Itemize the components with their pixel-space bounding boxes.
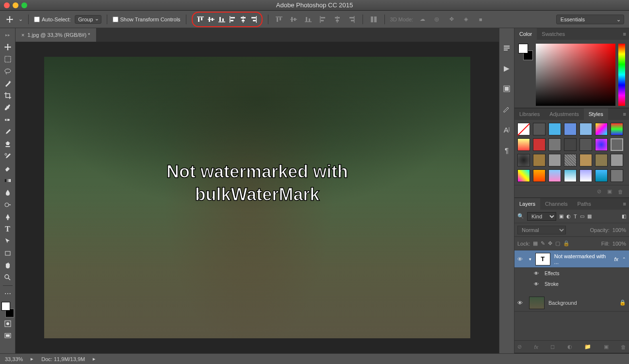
rectangle-tool[interactable] — [1, 248, 14, 259]
zoom-window-button[interactable] — [21, 2, 27, 8]
clone-stamp-tool[interactable] — [1, 138, 14, 150]
align-horizontal-centers-button[interactable] — [238, 14, 248, 25]
style-swatch[interactable] — [579, 154, 592, 166]
style-swatch[interactable] — [517, 169, 530, 182]
style-swatch[interactable] — [579, 138, 592, 151]
layer-effects-row[interactable]: 👁 Effects — [514, 268, 629, 279]
style-swatch[interactable] — [595, 169, 608, 182]
align-bottom-edges-button[interactable] — [216, 14, 227, 25]
align-vertical-centers-button[interactable] — [206, 14, 216, 25]
document-canvas[interactable]: Not watermarked with bulkWaterMark — [44, 57, 470, 338]
adjustment-layer-icon[interactable]: ◐ — [567, 344, 572, 350]
foreground-background-swatch[interactable] — [1, 302, 14, 317]
move-tool[interactable] — [1, 41, 14, 53]
color-field[interactable] — [536, 44, 615, 106]
close-tab-icon[interactable]: × — [21, 32, 24, 38]
eraser-tool[interactable] — [1, 163, 14, 174]
zoom-level[interactable]: 33,33% — [5, 356, 23, 362]
layer-filter-kind-select[interactable]: Kind — [527, 212, 556, 221]
visibility-toggle-icon[interactable]: 👁 — [517, 300, 525, 306]
auto-select-checkbox[interactable]: Auto-Select: — [34, 17, 71, 22]
style-swatch[interactable] — [533, 169, 546, 182]
filter-toggle-icon[interactable]: ◧ — [622, 214, 626, 219]
tab-channels[interactable]: Channels — [540, 198, 572, 210]
history-panel-icon[interactable] — [501, 43, 512, 53]
style-swatch[interactable] — [517, 138, 530, 151]
document-tab[interactable]: × 1.jpg @ 33,3% (RGB/8#) * — [16, 28, 97, 42]
layer-fx-icon[interactable]: fx — [534, 344, 538, 350]
layer-thumbnail[interactable]: T — [535, 253, 550, 265]
lock-icon[interactable]: 🔒 — [619, 299, 626, 306]
style-swatch[interactable] — [548, 123, 561, 135]
new-layer-icon[interactable]: ▣ — [604, 344, 609, 350]
document-size[interactable]: Doc: 11,9M/13,9M — [41, 356, 85, 362]
style-swatch[interactable] — [579, 169, 592, 182]
chevron-down-icon[interactable]: ⌄ — [18, 16, 23, 22]
status-menu-icon[interactable]: ▸ — [93, 356, 96, 362]
filter-type-layer-icon[interactable]: T — [574, 214, 577, 219]
character-panel-icon[interactable]: A| — [501, 124, 512, 135]
style-swatch[interactable] — [564, 123, 577, 135]
tab-adjustments[interactable]: Adjustments — [545, 108, 584, 120]
style-swatch[interactable] — [595, 154, 608, 166]
layer-fx-indicator[interactable]: fx — [614, 256, 618, 262]
actions-panel-icon[interactable]: ▶ — [501, 63, 512, 74]
magic-wand-tool[interactable] — [1, 78, 14, 89]
auto-select-mode-select[interactable]: Group — [75, 15, 101, 24]
tab-color[interactable]: Color — [514, 28, 537, 40]
hand-tool[interactable] — [1, 260, 14, 271]
brushes-panel-icon[interactable] — [501, 104, 512, 115]
lock-pixels-icon[interactable]: ✎ — [541, 240, 545, 247]
blend-mode-select[interactable]: Normal — [517, 226, 566, 234]
link-layers-icon[interactable]: ⊘ — [517, 344, 522, 350]
close-window-button[interactable] — [4, 2, 10, 8]
align-left-edges-button[interactable] — [227, 14, 238, 25]
style-swatch[interactable] — [564, 169, 577, 182]
history-brush-tool[interactable] — [1, 150, 14, 162]
show-transform-checkbox[interactable]: Show Transform Controls — [113, 17, 181, 22]
toolbox-collapse-icon[interactable]: ▸▸ — [1, 29, 14, 41]
style-swatch[interactable] — [533, 138, 546, 151]
delete-style-icon[interactable]: 🗑 — [618, 189, 623, 195]
visibility-toggle-icon[interactable]: 👁 — [534, 281, 542, 287]
marquee-tool[interactable] — [1, 53, 14, 65]
lock-transparency-icon[interactable]: ▦ — [533, 240, 538, 247]
properties-panel-icon[interactable] — [501, 83, 512, 94]
hue-slider[interactable] — [618, 44, 625, 106]
visibility-toggle-icon[interactable]: 👁 — [517, 256, 525, 262]
brush-tool[interactable] — [1, 126, 14, 138]
filter-type-icon[interactable]: 🔍 — [517, 213, 524, 219]
workspace-select[interactable]: Essentials — [556, 15, 624, 24]
style-swatch[interactable] — [548, 169, 561, 182]
layer-name[interactable]: Background — [548, 300, 577, 306]
delete-layer-icon[interactable]: 🗑 — [621, 344, 626, 350]
new-style-icon[interactable]: ▣ — [607, 188, 612, 195]
tab-paths[interactable]: Paths — [573, 198, 596, 210]
align-top-edges-button[interactable] — [195, 14, 206, 25]
layer-group-icon[interactable]: 📁 — [584, 344, 591, 350]
filter-shape-icon[interactable]: ▭ — [580, 214, 584, 219]
lock-position-icon[interactable]: ✥ — [548, 240, 552, 247]
gradient-tool[interactable] — [1, 175, 14, 186]
style-swatch[interactable] — [533, 154, 546, 166]
tab-libraries[interactable]: Libraries — [514, 108, 545, 120]
style-swatch[interactable] — [517, 154, 530, 166]
tab-styles[interactable]: Styles — [584, 108, 608, 120]
style-swatch[interactable] — [611, 123, 623, 135]
tab-layers[interactable]: Layers — [514, 198, 540, 210]
healing-brush-tool[interactable] — [1, 114, 14, 126]
style-swatch[interactable] — [611, 169, 623, 182]
layer-mask-icon[interactable]: ◻ — [550, 344, 555, 350]
blur-tool[interactable] — [1, 187, 14, 199]
pen-tool[interactable] — [1, 211, 14, 223]
style-swatch[interactable] — [548, 154, 561, 166]
edit-toolbar-button[interactable]: ⋯ — [1, 288, 14, 299]
zoom-tool[interactable] — [1, 272, 14, 283]
visibility-toggle-icon[interactable]: 👁 — [534, 271, 542, 276]
lock-artboard-icon[interactable]: ▢ — [555, 240, 560, 247]
lock-all-icon[interactable]: 🔒 — [563, 240, 570, 247]
filter-pixel-icon[interactable]: ▣ — [559, 214, 563, 219]
style-swatch[interactable] — [517, 123, 530, 135]
tab-swatches[interactable]: Swatches — [537, 28, 570, 40]
path-selection-tool[interactable] — [1, 235, 14, 247]
